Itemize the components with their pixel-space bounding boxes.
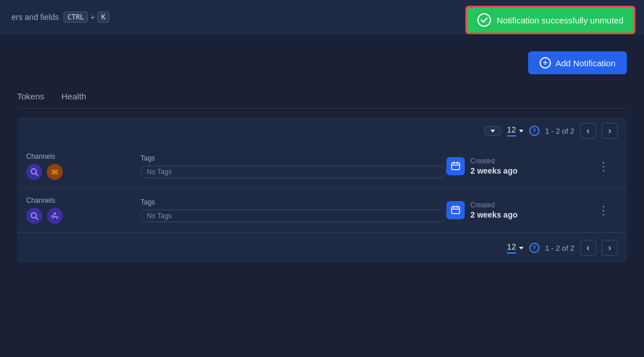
keyboard-shortcut: CTRL + K — [63, 11, 109, 23]
created-col-label-1: Created — [470, 157, 518, 165]
channels-label-2: Channels — [26, 196, 140, 204]
main-content: + Add Notification Tokens Health 12 ? 1 … — [0, 34, 644, 274]
no-tags-badge-2: No Tags — [140, 210, 446, 222]
search-hint: ers and fields CTRL + K — [11, 11, 110, 23]
channels-label-1: Channels — [26, 153, 140, 161]
search-channel-icon-2 — [26, 208, 42, 224]
created-col-label-2: Created — [470, 201, 518, 209]
pagination-bar-top: 12 ? 1 - 2 of 2 ‹ › — [17, 117, 627, 145]
per-page-value-top: 12 — [507, 125, 516, 137]
channel-icons-1: ✉ — [26, 164, 140, 180]
created-section-2: Created 2 weeks ago — [446, 201, 589, 219]
channel-section-1: Channels ✉ — [26, 153, 140, 180]
tag-section-2: Tags No Tags — [140, 198, 446, 222]
k-key: K — [97, 11, 109, 23]
email-channel-icon-1: ✉ — [47, 164, 63, 180]
tabs-bar: Tokens Health — [17, 86, 627, 109]
tags-label-2: Tags — [140, 198, 446, 206]
created-info-2: Created 2 weeks ago — [470, 201, 518, 219]
help-icon-top[interactable]: ? — [529, 126, 540, 136]
created-info-1: Created 2 weeks ago — [470, 157, 518, 175]
prev-page-button-top[interactable]: ‹ — [580, 123, 596, 139]
per-page-select-top[interactable]: 12 — [507, 125, 524, 137]
page-info-bottom: 1 - 2 of 2 — [545, 244, 574, 252]
add-notification-label: Add Notification — [556, 58, 615, 68]
svg-line-7 — [36, 218, 38, 220]
table-row: Channels — [17, 188, 627, 232]
prev-page-button-bottom[interactable]: ‹ — [580, 240, 596, 256]
help-icon-bottom[interactable]: ? — [529, 243, 540, 253]
channel-icons-2 — [26, 208, 140, 224]
created-time-1: 2 weeks ago — [470, 166, 518, 175]
action-bar: + Add Notification — [17, 46, 627, 74]
per-page-select-bottom[interactable]: 12 — [507, 242, 524, 254]
page-info-top: 1 - 2 of 2 — [545, 127, 574, 135]
toast-check-icon — [477, 13, 491, 27]
search-channel-icon-1 — [26, 164, 42, 180]
webhook-channel-icon-2 — [47, 208, 63, 224]
calendar-icon-2 — [446, 201, 465, 219]
calendar-wrapper-1: Created 2 weeks ago — [446, 157, 589, 175]
per-page-chevron-top — [519, 130, 524, 133]
plus-circle-icon: + — [540, 57, 551, 69]
top-bar: ers and fields CTRL + K Notification suc… — [0, 0, 644, 34]
calendar-icon-1 — [446, 157, 465, 175]
kbd-separator: + — [90, 13, 95, 22]
tag-section-1: Tags No Tags — [140, 154, 446, 178]
svg-point-8 — [54, 212, 56, 215]
ctrl-key: CTRL — [63, 11, 88, 23]
pagination-bar-bottom: 12 ? 1 - 2 of 2 ‹ › — [17, 232, 627, 263]
svg-rect-9 — [452, 207, 460, 214]
calendar-wrapper-2: Created 2 weeks ago — [446, 201, 589, 219]
channel-section-2: Channels — [26, 196, 140, 224]
more-options-button-1[interactable]: ⋮ — [589, 158, 618, 175]
tab-health[interactable]: Health — [62, 86, 86, 108]
next-page-button-top[interactable]: › — [602, 123, 618, 139]
search-hint-text: ers and fields — [11, 13, 59, 22]
more-options-button-2[interactable]: ⋮ — [589, 202, 618, 219]
per-page-value-bottom: 12 — [507, 242, 516, 254]
tab-tokens[interactable]: Tokens — [17, 86, 45, 108]
add-notification-button[interactable]: + Add Notification — [528, 51, 627, 74]
toast-notification: Notification successfully unmuted — [465, 6, 635, 34]
next-page-button-bottom[interactable]: › — [602, 240, 618, 256]
table-row: Channels ✉ Tags No Tags — [17, 145, 627, 188]
list-container: 12 ? 1 - 2 of 2 ‹ › Channels ✉ — [17, 117, 627, 263]
tags-label-1: Tags — [140, 154, 446, 162]
created-time-2: 2 weeks ago — [470, 210, 518, 219]
chevron-down-icon — [490, 130, 495, 133]
svg-rect-2 — [452, 163, 460, 170]
toast-message: Notification successfully unmuted — [497, 15, 623, 25]
svg-line-1 — [36, 174, 38, 176]
no-tags-badge-1: No Tags — [140, 166, 446, 178]
per-page-chevron-bottom — [519, 247, 524, 250]
filter-dropdown[interactable] — [484, 126, 501, 136]
created-section-1: Created 2 weeks ago — [446, 157, 589, 175]
